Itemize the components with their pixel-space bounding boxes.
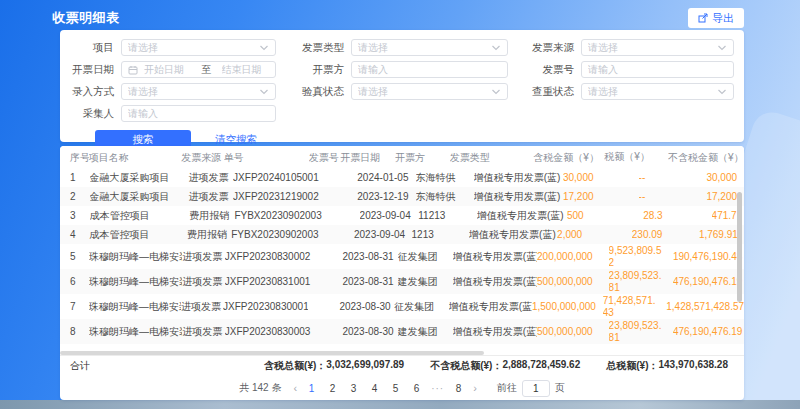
- table-cell: 5: [60, 248, 89, 265]
- table-cell: 71,428,571.43: [603, 295, 667, 318]
- jump-suffix-label: 页: [555, 381, 565, 395]
- summary-total-0: 含税总额(¥)：3,032,699,097.89: [264, 359, 404, 373]
- calendar-icon: [128, 65, 138, 75]
- select-placeholder: 请选择: [358, 85, 487, 99]
- page-button-8[interactable]: 8: [452, 383, 465, 394]
- summary-row: 合计 含税总额(¥)：3,032,699,097.89不含税总额(¥)：2,88…: [60, 355, 744, 376]
- table-cell: 征发集团: [398, 248, 453, 265]
- table-row[interactable]: 6珠穆朗玛峰—电梯安装进项发票JXFP202308310012023-08-31…: [60, 269, 744, 294]
- table-cell: 进项发票: [188, 169, 233, 186]
- chevron-down-icon: [717, 88, 727, 96]
- table-cell: 2023-09-04: [360, 207, 419, 224]
- filter-select-dup-status[interactable]: 请选择: [581, 83, 734, 100]
- table-row[interactable]: 1金融大厦采购项目进项发票JXFP202401050012024-01-05东海…: [60, 168, 744, 187]
- export-button[interactable]: 导出: [688, 8, 744, 28]
- jump-prefix-label: 前往: [497, 381, 517, 395]
- table-cell: JXFP20230830001: [223, 298, 308, 315]
- filter-label: 录入方式: [70, 85, 121, 99]
- filter-label: 开票日期: [70, 63, 121, 77]
- column-header-2: 发票来源: [181, 149, 223, 166]
- table-cell: 6: [60, 273, 89, 290]
- table-cell: 2024-01-05: [357, 169, 415, 186]
- chevron-down-icon: [491, 88, 501, 96]
- table-cell: 11213: [418, 207, 477, 224]
- jump-page-input[interactable]: [522, 380, 550, 397]
- table-cell: JXFP20230830002: [225, 248, 311, 265]
- page-button-6[interactable]: 6: [410, 383, 423, 394]
- clear-search-button[interactable]: 清空搜索: [215, 133, 257, 147]
- page-button-1[interactable]: 1: [305, 383, 318, 394]
- table-vertical-scrollbar[interactable]: [737, 192, 742, 302]
- table-body: 1金融大厦采购项目进项发票JXFP202401050012024-01-05东海…: [60, 168, 744, 351]
- filter-input-invoice-no[interactable]: [581, 61, 734, 78]
- page-button-2[interactable]: 2: [326, 383, 339, 394]
- table-row[interactable]: 8珠穆朗玛峰—电梯安装进项发票JXFP202308300032023-08-30…: [60, 319, 744, 344]
- filter-field-invoice-type: 发票类型请选择: [280, 39, 508, 56]
- filter-grid: 项目请选择发票类型请选择发票来源请选择开票日期开始日期至结束日期开票方发票号录入…: [70, 39, 734, 122]
- filter-field-invoice-no: 发票号: [512, 61, 734, 78]
- table-row[interactable]: 5珠穆朗玛峰—电梯安装进项发票JXFP202308300022023-08-31…: [60, 244, 744, 269]
- select-placeholder: 请选择: [128, 41, 255, 55]
- filter-select-entry-method[interactable]: 请选择: [121, 83, 276, 100]
- next-page-button[interactable]: ›: [473, 382, 477, 394]
- table-cell: --: [639, 172, 707, 184]
- table-cell: 9,523,809.52: [609, 245, 673, 268]
- page-button-3[interactable]: 3: [347, 383, 360, 394]
- table-cell: 珠穆朗玛峰—电梯安装: [89, 323, 182, 340]
- table-cell: 进项发票: [188, 188, 233, 205]
- collector-input[interactable]: [128, 108, 269, 119]
- summary-label: 合计: [70, 359, 90, 373]
- summary-total-value: 3,032,699,097.89: [326, 359, 404, 373]
- table-cell: 3: [60, 207, 90, 224]
- column-header-9: 税额（¥）: [604, 151, 668, 163]
- filter-daterange-invoice-date[interactable]: 开始日期至结束日期: [121, 61, 276, 78]
- summary-totals: 含税总额(¥)：3,032,699,097.89不含税总额(¥)：2,888,7…: [264, 359, 728, 373]
- table-cell: 进项发票: [182, 323, 225, 340]
- filter-select-verify-status[interactable]: 请选择: [351, 83, 508, 100]
- table-cell: 500: [567, 207, 643, 224]
- filter-field-dup-status: 查重状态请选择: [512, 83, 734, 100]
- table-cell: JXFP20230830003: [225, 323, 311, 340]
- filter-input-issuer[interactable]: [351, 61, 508, 78]
- invoice-no-input[interactable]: [588, 64, 727, 75]
- table-row[interactable]: 4成本管控项目费用报销FYBX202309020032023-09-041213…: [60, 225, 744, 244]
- table-cell: FYBX20230902003: [234, 207, 326, 224]
- table-row[interactable]: 3成本管控项目费用报销FYBX202309020032023-09-041121…: [60, 206, 744, 225]
- issuer-input[interactable]: [358, 64, 501, 75]
- filter-select-invoice-source[interactable]: 请选择: [581, 39, 734, 56]
- column-header-5: 开票日期: [340, 149, 395, 166]
- column-header-6: 开票方: [395, 149, 450, 166]
- chevron-down-icon: [259, 88, 269, 96]
- column-header-4: 发票号: [309, 149, 340, 166]
- table-row[interactable]: 2金融大厦采购项目进项发票JXFP202312190022023-12-19东海…: [60, 187, 744, 206]
- filter-select-invoice-type[interactable]: 请选择: [351, 39, 508, 56]
- table-cell: 200,000,000: [537, 248, 609, 265]
- table-horizontal-scrollbar[interactable]: [60, 351, 744, 355]
- table-cell: 增值税专用发票(蓝): [449, 298, 532, 315]
- column-header-10: 不含税金额（¥）: [668, 149, 744, 166]
- column-header-7: 发票类型: [450, 149, 534, 166]
- table-cell: 476,190,476.19: [673, 273, 744, 290]
- table-cell: 东海特供: [416, 169, 474, 186]
- table-cell: 金融大厦采购项目: [90, 169, 189, 186]
- filter-select-project[interactable]: 请选择: [121, 39, 276, 56]
- filter-input-collector[interactable]: [121, 105, 276, 122]
- page-ellipsis: ···: [431, 383, 444, 394]
- table-row[interactable]: 7珠穆朗玛峰—电梯安装进项发票JXFP202308300012023-08-30…: [60, 294, 744, 319]
- table-cell: 费用报销: [187, 226, 231, 243]
- table-cell: 增值税专用发票(蓝): [474, 169, 563, 186]
- page-button-5[interactable]: 5: [389, 383, 402, 394]
- horizontal-scrollbar-thumb[interactable]: [60, 351, 484, 355]
- table-cell: 1213: [412, 226, 470, 243]
- column-header-3: 单号: [224, 149, 309, 166]
- end-date-placeholder: 结束日期: [222, 63, 270, 77]
- table-cell: 珠穆朗玛峰—电梯安装: [89, 248, 182, 265]
- table-header-row: 序号项目名称发票来源单号发票号开票日期开票方发票类型含税金额（¥）税额（¥）不含…: [60, 146, 744, 168]
- pagination-total: 共 142 条: [239, 381, 281, 395]
- prev-page-button[interactable]: ‹: [293, 382, 297, 394]
- table-cell: 500,000,000: [537, 323, 609, 340]
- page-button-4[interactable]: 4: [368, 383, 381, 394]
- filter-label: 发票类型: [280, 41, 351, 55]
- summary-total-label: 不含税总额(¥)：: [430, 359, 502, 373]
- table-cell: 建发集团: [398, 273, 453, 290]
